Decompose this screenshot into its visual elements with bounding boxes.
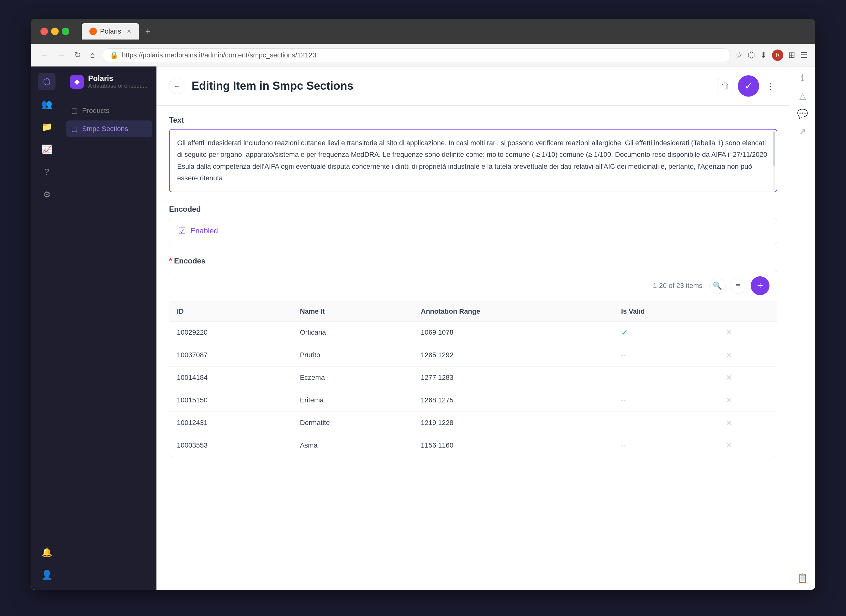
search-button[interactable]: 🔍 (709, 278, 726, 294)
more-options-button[interactable]: ⋮ (764, 78, 777, 94)
cell-delete: ✕ (718, 389, 777, 412)
cell-range: 1069 1078 (413, 321, 614, 344)
browser-titlebar: Polaris ✕ + (31, 19, 815, 44)
content-header: ← Editing Item in Smpc Sections 🗑 ✓ ⋮ (156, 66, 790, 106)
text-field-label: Text (169, 116, 777, 125)
invalid-dash-icon: -- (621, 396, 626, 404)
sidebar: ◆ Polaris A database of encode... ▢ Prod… (62, 66, 156, 590)
delete-row-button[interactable]: ✕ (726, 328, 733, 337)
folder-icon-button[interactable]: 📁 (38, 118, 56, 135)
table-row: 10037087 Prurito 1285 1292 -- ✕ (169, 344, 777, 366)
products-nav-icon: ▢ (71, 107, 78, 115)
back-button[interactable]: ← (169, 78, 185, 94)
back-nav-button[interactable]: ← (38, 48, 50, 62)
icon-bar-top: ⬡ 👥 📁 📈 ? ⚙ (38, 73, 56, 541)
icon-bar: ⬡ 👥 📁 📈 ? ⚙ 🔔 (31, 66, 62, 590)
cube-icon: ⬡ (43, 76, 50, 87)
clipboard-panel-icon[interactable]: 📋 (797, 573, 808, 584)
share-panel-icon[interactable]: ↗ (799, 126, 806, 137)
cell-valid: -- (614, 344, 718, 366)
folder-icon: 📁 (41, 122, 52, 132)
delete-icon: 🗑 (721, 81, 729, 91)
text-area-scrollbar[interactable] (773, 131, 775, 190)
text-area-content: Gli effetti indesiderati includono reazi… (177, 137, 769, 184)
cube-icon-button[interactable]: ⬡ (38, 73, 56, 90)
cell-id: 10003553 (169, 434, 292, 457)
cell-range: 1277 1283 (413, 366, 614, 389)
table-row: 10029220 Orticaria 1069 1078 ✓ ✕ (169, 321, 777, 344)
invalid-dash-icon: -- (621, 419, 626, 426)
close-dot[interactable] (40, 28, 48, 35)
delete-row-button[interactable]: ✕ (726, 418, 733, 428)
menu-button[interactable]: ☰ (800, 50, 808, 60)
sidebar-item-products-label: Products (82, 107, 109, 115)
cell-delete: ✕ (718, 321, 777, 344)
user-profile-icon: 👤 (41, 570, 52, 580)
encoded-checkbox-container: ☑ Enabled (169, 218, 777, 244)
apps-button[interactable]: ⊞ (788, 50, 795, 60)
download-button[interactable]: ⬇ (760, 50, 767, 60)
active-tab[interactable]: Polaris ✕ (82, 23, 139, 40)
info-panel-icon[interactable]: ℹ (801, 73, 804, 83)
cell-valid: -- (614, 434, 718, 457)
profile-button[interactable]: R (772, 50, 783, 61)
encodes-form-section: Encodes 1-20 of 23 items 🔍 ≡ (169, 257, 777, 457)
new-tab-button[interactable]: + (142, 26, 153, 37)
chat-panel-icon[interactable]: 💬 (797, 109, 808, 119)
filter-button[interactable]: ≡ (730, 278, 746, 294)
delete-row-button[interactable]: ✕ (726, 350, 733, 360)
encodes-field-label: Encodes (169, 257, 777, 265)
extensions-button[interactable]: ⬡ (748, 50, 755, 60)
delete-row-button[interactable]: ✕ (726, 395, 733, 405)
table-head: ID Name It Annotation Range Is Valid (169, 302, 777, 322)
cell-valid: ✓ (614, 321, 718, 344)
home-nav-button[interactable]: ⌂ (88, 48, 97, 62)
user-profile-icon-button[interactable]: 👤 (38, 566, 56, 584)
sidebar-item-smpc-sections[interactable]: ▢ Smpc Sections (66, 121, 153, 137)
users-icon: 👥 (41, 99, 52, 109)
page-title: Editing Item in Smpc Sections (192, 79, 353, 93)
brand-info: Polaris A database of encode... (88, 74, 147, 90)
table-row: 10015150 Eritema 1268 1275 -- ✕ (169, 389, 777, 412)
cell-name: Prurito (292, 344, 413, 366)
cell-id: 10015150 (169, 389, 292, 412)
bell-icon-button[interactable]: 🔔 (38, 543, 56, 561)
help-icon: ? (44, 167, 49, 177)
col-actions (718, 302, 777, 322)
bookmark-button[interactable]: ☆ (736, 50, 743, 60)
invalid-dash-icon: -- (621, 373, 626, 381)
cell-name: Eritema (292, 389, 413, 412)
delete-row-button[interactable]: ✕ (726, 373, 733, 382)
content-body: Text Gli effetti indesiderati includono … (156, 106, 790, 590)
minimize-dot[interactable] (51, 28, 59, 35)
add-encode-button[interactable]: + (751, 276, 770, 295)
sidebar-item-products[interactable]: ▢ Products (66, 102, 153, 119)
main-content: ← Editing Item in Smpc Sections 🗑 ✓ ⋮ (156, 66, 790, 590)
chart-icon-button[interactable]: 📈 (38, 141, 56, 158)
triangle-panel-icon[interactable]: △ (799, 91, 806, 101)
checkbox-icon[interactable]: ☑ (178, 226, 186, 236)
text-area-container[interactable]: Gli effetti indesiderati includono reazi… (169, 129, 777, 192)
forward-nav-button[interactable]: → (56, 48, 68, 62)
tab-favicon (90, 28, 97, 35)
users-icon-button[interactable]: 👥 (38, 96, 56, 113)
encoded-checkbox-label: Enabled (190, 226, 218, 235)
reload-nav-button[interactable]: ↻ (72, 48, 83, 62)
save-button[interactable]: ✓ (738, 75, 759, 97)
address-bar[interactable]: 🔒 https://polaris.medbrains.it/admin/con… (102, 48, 731, 62)
help-icon-button[interactable]: ? (38, 163, 56, 181)
cell-valid: -- (614, 412, 718, 434)
browser-navbar: ← → ↻ ⌂ 🔒 https://polaris.medbrains.it/a… (31, 44, 815, 66)
delete-row-button[interactable]: ✕ (726, 441, 733, 450)
bell-icon: 🔔 (41, 547, 52, 557)
settings-icon-button[interactable]: ⚙ (38, 186, 56, 203)
scrollbar-thumb (773, 131, 775, 166)
tab-close-button[interactable]: ✕ (127, 28, 131, 35)
cell-name: Eczema (292, 366, 413, 389)
maximize-dot[interactable] (62, 28, 69, 35)
check-icon: ✓ (745, 80, 753, 92)
delete-button[interactable]: 🗑 (717, 78, 733, 94)
header-left: ← Editing Item in Smpc Sections (169, 78, 353, 94)
table-row: 10012431 Dermatite 1219 1228 -- ✕ (169, 412, 777, 434)
browser-window: Polaris ✕ + ← → ↻ ⌂ 🔒 https://polaris.me… (31, 19, 815, 590)
